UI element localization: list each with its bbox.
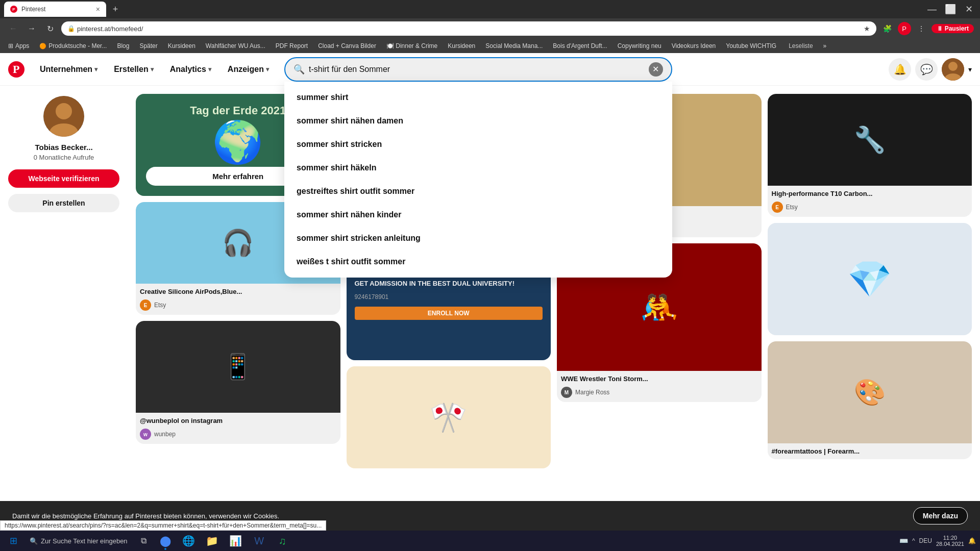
taskbar-apps: ⬤ 🌐 📁 📊 W ♫ [154, 531, 294, 551]
notifications-button[interactable]: 🔔 [889, 58, 911, 81]
new-tab-button[interactable]: + [108, 2, 122, 16]
bookmark-wahlfacher[interactable]: Wahlfächer WU Aus... [202, 41, 270, 51]
bookmark-social[interactable]: Social Media Mana... [481, 41, 547, 51]
bookmark-label: Videokurs Ideen [672, 42, 716, 49]
browser-chrome: P Pinterest × + — ⬜ ✕ ← → ↻ 🔒 pinterest.… [0, 0, 980, 53]
profile-icon[interactable]: P [898, 22, 911, 35]
windows-search[interactable]: 🔍 Zur Suche Text hier eingeben [23, 535, 134, 547]
chevron-down-icon: ▾ [208, 66, 211, 73]
suggestion-6[interactable]: sommer shirt stricken anleitung [284, 227, 672, 250]
taskbar-excel[interactable]: 📊 [225, 531, 247, 551]
bookmark-bois[interactable]: Bois d'Argent Duft... [549, 41, 611, 51]
taskbar-spotify[interactable]: ♫ [272, 531, 294, 551]
tattoo-card[interactable]: 🎨 #forearmtattoos | Forearm... [768, 341, 972, 459]
gem-card[interactable]: 💎 [768, 223, 972, 335]
instagram-image: 📱 [136, 321, 340, 413]
bookmark-cload[interactable]: Cload + Canva Bilder [314, 41, 380, 51]
suggestion-0[interactable]: summer shirt [284, 86, 672, 109]
bookmark-label: Youtube WICHTIG [726, 42, 776, 49]
create-pin-button[interactable]: Pin erstellen [8, 194, 119, 212]
search-dropdown: summer shirt sommer shirt nähen damen so… [284, 82, 672, 278]
pause-icon: ⏸ [937, 25, 943, 32]
suggestion-4[interactable]: gestreiftes shirt outfit sommer [284, 180, 672, 203]
task-view-button[interactable]: ⧉ [135, 532, 153, 550]
minimize-button[interactable]: — [925, 2, 939, 16]
taskbar-word[interactable]: W [248, 531, 271, 551]
apps-icon: ⊞ [8, 42, 13, 49]
settings-icon[interactable]: ⋮ [914, 21, 928, 36]
suggestion-1[interactable]: sommer shirt nähen damen [284, 109, 672, 133]
bookmark-label: Social Media Mana... [485, 42, 543, 49]
svg-text:P: P [13, 63, 19, 76]
active-tab[interactable]: P Pinterest × [4, 2, 106, 17]
anime-card[interactable]: 🎌 [347, 366, 551, 468]
bookmark-label: Kursideen [168, 42, 195, 49]
erstellen-menu[interactable]: Erstellen ▾ [107, 61, 161, 78]
bookmark-label: Cload + Canva Bilder [318, 42, 376, 49]
suggestion-2[interactable]: sommer shirt stricken [284, 133, 672, 156]
suggestion-5[interactable]: sommer shirt nähen kinder [284, 203, 672, 227]
bookmark-apps[interactable]: ⊞ Apps [4, 41, 33, 51]
unternehmen-menu[interactable]: Unternehmen ▾ [33, 61, 105, 78]
search-input[interactable]: t-shirt für den Sommer [309, 65, 645, 74]
taskbar-chrome[interactable]: ⬤ [154, 531, 177, 551]
pinterest-logo[interactable]: P [8, 61, 24, 78]
taskbar-system: ⌨️ ^ DEU 11:20 28.04.2021 🔔 [899, 535, 976, 547]
search-clear-button[interactable]: ✕ [649, 62, 663, 77]
bookmark-produktsuche[interactable]: 🟠 Produktsuche - Mer... [35, 41, 111, 51]
bookmark-videokurs[interactable]: Videokurs Ideen [668, 41, 720, 51]
bookmark-pdf[interactable]: PDF Report [272, 41, 312, 51]
user-menu-chevron[interactable]: ▾ [968, 65, 972, 73]
search-bar[interactable]: 🔍 t-shirt für den Sommer ✕ [284, 57, 672, 82]
back-button[interactable]: ← [6, 21, 20, 36]
windows-start-button[interactable]: ⊞ [4, 532, 22, 550]
verify-website-button[interactable]: Webseite verifizieren [8, 169, 119, 188]
bookmark-label: Blog [117, 42, 129, 49]
taskbar-explorer[interactable]: 📁 [201, 531, 224, 551]
chevron-right-icon: » [823, 42, 827, 49]
t10-card[interactable]: 🔧 High-performance T10 Carbon... E Etsy [768, 94, 972, 217]
bookmark-kursideen[interactable]: Kursideen [164, 41, 200, 51]
windows-taskbar: ⊞ 🔍 Zur Suche Text hier eingeben ⧉ ⬤ 🌐 📁… [0, 531, 980, 551]
anzeigen-menu[interactable]: Anzeigen ▾ [220, 61, 276, 78]
etsy-badge-t10: E [772, 202, 783, 213]
earth-image: 🌍 [212, 122, 263, 163]
bookmark-blog[interactable]: Blog [113, 41, 133, 51]
maximize-button[interactable]: ⬜ [943, 2, 958, 16]
extensions-icon[interactable]: 🧩 [880, 21, 895, 36]
bookmark-kursideen2[interactable]: Kursideen [444, 41, 479, 51]
bookmark-copywriting[interactable]: Copywriting neu [614, 41, 666, 51]
taskbar-edge[interactable]: 🌐 [178, 531, 200, 551]
user-avatar[interactable] [942, 58, 964, 81]
sidebar-avatar [43, 96, 84, 137]
user-stats: 0 Monatliche Aufrufe [8, 154, 119, 161]
messages-button[interactable]: 💬 [915, 58, 938, 81]
forward-button[interactable]: → [24, 21, 39, 36]
bookmark-label: Bois d'Argent Duft... [553, 42, 607, 49]
search-container: 🔍 t-shirt für den Sommer ✕ summer shirt … [284, 57, 672, 82]
close-window-button[interactable]: ✕ [962, 2, 976, 16]
more-bookmarks-button[interactable]: » [819, 41, 831, 51]
tab-close-button[interactable]: × [96, 5, 100, 13]
enroll-cta[interactable]: ENROLL NOW [355, 307, 543, 320]
bookmark-dinner[interactable]: 🍽️ Dinner & Crime [382, 41, 442, 51]
search-icon: 🔍 [30, 537, 38, 545]
suggestion-7[interactable]: weißes t shirt outfit sommer [284, 250, 672, 273]
phone-number: 9246178901 [355, 293, 543, 300]
window-controls: — ⬜ ✕ [925, 2, 976, 16]
search-placeholder[interactable]: Zur Suche Text hier eingeben [41, 537, 128, 545]
keyboard-icon: ⌨️ [899, 537, 908, 545]
address-bar[interactable]: 🔒 pinterest.at/homefeed/ ★ [61, 21, 876, 36]
pause-button[interactable]: ⏸ Pausiert [932, 24, 974, 33]
bookmark-label: Später [139, 42, 157, 49]
bookmark-leseliste[interactable]: Leseliste [785, 41, 817, 51]
bookmark-youtube[interactable]: Youtube WICHTIG [722, 41, 780, 51]
star-icon[interactable]: ★ [864, 24, 870, 33]
bookmark-spater[interactable]: Später [135, 41, 161, 51]
refresh-button[interactable]: ↻ [43, 21, 57, 36]
instagram-card[interactable]: 📱 @wunbeplol on instagram w wunbep [136, 321, 340, 444]
analytics-menu[interactable]: Analytics ▾ [163, 61, 218, 78]
sidebar: Tobias Becker... 0 Monatliche Aufrufe We… [0, 86, 128, 551]
cookie-more-button[interactable]: Mehr dazu [913, 507, 968, 524]
suggestion-3[interactable]: sommer shirt häkeln [284, 156, 672, 180]
